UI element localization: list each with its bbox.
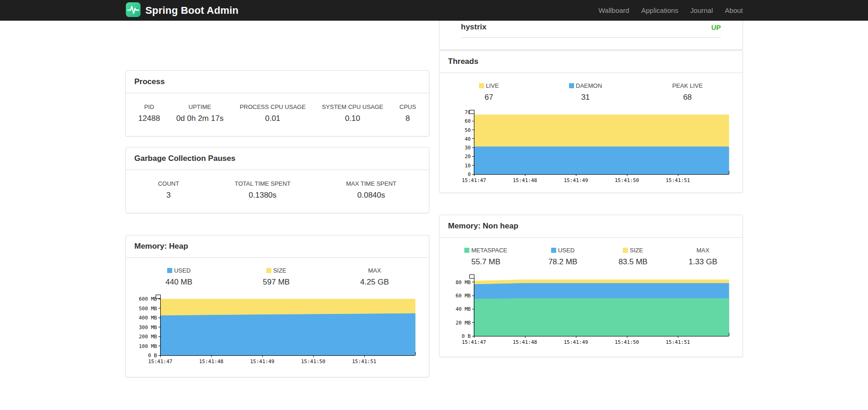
application-status-card: hystrix UP — [439, 21, 743, 50]
nav-item-about[interactable]: About — [719, 0, 743, 21]
app-logo-pulse-icon — [125, 2, 141, 19]
stat-gc-count: COUNT 3 — [155, 180, 182, 200]
right-column: hystrix UP Threads LIVE 67 DAEMON 31 PEA… — [439, 21, 743, 377]
svg-text:15:41:50: 15:41:50 — [614, 177, 639, 183]
legend-swatch-metaspace — [464, 248, 469, 253]
svg-text:15:41:47: 15:41:47 — [462, 339, 486, 345]
legend-item-live: LIVE 67 — [476, 82, 502, 102]
svg-text:0 B: 0 B — [462, 333, 471, 339]
svg-text:60 MB: 60 MB — [455, 293, 470, 299]
svg-text:40: 40 — [464, 136, 470, 142]
gc-stats: COUNT 3 TOTAL TIME SPENT 0.1380s MAX TIM… — [126, 170, 429, 200]
svg-text:15:41:49: 15:41:49 — [564, 339, 588, 345]
gc-card-title: Garbage Collection Pauses — [126, 148, 429, 170]
legend-item-max: MAX 4.25 GB — [357, 267, 391, 287]
stat-uptime: UPTIME 0d 0h 2m 17s — [174, 103, 226, 123]
memory-nonheap-card: Memory: Non heap METASPACE 55.7 MB USED … — [439, 215, 743, 357]
svg-text:15:41:48: 15:41:48 — [199, 359, 223, 364]
main-content: Process PID 12488 UPTIME 0d 0h 2m 17s PR… — [125, 21, 743, 377]
memory-heap-card-title: Memory: Heap — [126, 235, 429, 258]
threads-card: Threads LIVE 67 DAEMON 31 PEAK LIVE 68 0… — [439, 50, 743, 193]
legend-item-nonheap-used: USED 78.2 MB — [546, 247, 580, 267]
legend-swatch-nonheap-size — [623, 248, 628, 253]
svg-text:500 MB: 500 MB — [139, 306, 157, 312]
svg-text:20 MB: 20 MB — [455, 320, 470, 326]
svg-text:15:41:47: 15:41:47 — [148, 359, 172, 364]
process-card: Process PID 12488 UPTIME 0d 0h 2m 17s PR… — [125, 70, 429, 137]
stat-gc-total-time: TOTAL TIME SPENT 0.1380s — [232, 180, 293, 200]
stat-process-cpu-usage: PROCESS CPU USAGE 0.01 — [237, 103, 309, 123]
svg-text:15:41:51: 15:41:51 — [352, 359, 376, 364]
legend-item-size: SIZE 597 MB — [260, 267, 293, 287]
navbar: Spring Boot Admin Wallboard Applications… — [0, 0, 868, 21]
legend-item-daemon: DAEMON 31 — [566, 82, 605, 102]
svg-text:15:41:49: 15:41:49 — [250, 359, 274, 364]
svg-text:15:41:47: 15:41:47 — [462, 177, 486, 183]
legend-swatch-nonheap-used — [551, 248, 556, 253]
legend-swatch-used — [167, 268, 172, 273]
svg-text:80 MB: 80 MB — [455, 279, 470, 285]
svg-text:15:41:51: 15:41:51 — [665, 177, 690, 183]
gc-card: Garbage Collection Pauses COUNT 3 TOTAL … — [125, 147, 429, 213]
svg-text:0: 0 — [468, 171, 471, 177]
svg-text:200 MB: 200 MB — [139, 334, 157, 340]
memory-heap-chart: 0 B100 MB200 MB300 MB400 MB500 MB600 MB1… — [126, 293, 429, 369]
left-column-spacer — [125, 21, 429, 70]
memory-nonheap-chart: 0 B20 MB40 MB60 MB80 MB15:41:4715:41:481… — [440, 273, 743, 350]
svg-text:30: 30 — [464, 145, 470, 151]
svg-text:50: 50 — [464, 127, 470, 133]
stat-cpus: CPUS 8 — [397, 103, 419, 123]
legend-item-nonheap-max: MAX 1.33 GB — [686, 247, 720, 267]
application-row[interactable]: hystrix UP — [461, 21, 721, 38]
legend-swatch-live — [479, 83, 484, 88]
svg-text:300 MB: 300 MB — [139, 325, 157, 330]
legend-item-used: USED 440 MB — [163, 267, 195, 287]
nav-links: Wallboard Applications Journal About — [592, 0, 743, 21]
svg-text:15:41:50: 15:41:50 — [301, 359, 325, 364]
svg-text:600 MB: 600 MB — [139, 296, 157, 302]
legend-item-metaspace: METASPACE 55.7 MB — [462, 247, 510, 267]
svg-text:0 B: 0 B — [148, 353, 157, 359]
left-column: Process PID 12488 UPTIME 0d 0h 2m 17s PR… — [125, 21, 429, 377]
nav-item-applications[interactable]: Applications — [635, 0, 684, 21]
brand-title: Spring Boot Admin — [146, 5, 239, 17]
svg-text:15:41:48: 15:41:48 — [513, 339, 537, 345]
stat-gc-max-time: MAX TIME SPENT 0.0840s — [343, 180, 399, 200]
svg-text:40 MB: 40 MB — [455, 306, 470, 312]
application-status-list: hystrix UP — [461, 21, 721, 38]
svg-text:10: 10 — [464, 163, 470, 169]
svg-text:400 MB: 400 MB — [139, 315, 157, 321]
svg-text:15:41:49: 15:41:49 — [564, 177, 588, 183]
nav-item-journal[interactable]: Journal — [684, 0, 719, 21]
svg-text:20: 20 — [464, 154, 470, 159]
nav-item-wallboard[interactable]: Wallboard — [592, 0, 635, 21]
memory-heap-card: Memory: Heap USED 440 MB SIZE 597 MB MAX… — [125, 235, 429, 377]
svg-text:15:41:48: 15:41:48 — [513, 177, 537, 183]
legend-swatch-daemon — [569, 83, 574, 88]
process-stats: PID 12488 UPTIME 0d 0h 2m 17s PROCESS CP… — [126, 93, 429, 123]
nonheap-legend: METASPACE 55.7 MB USED 78.2 MB SIZE 83.5… — [440, 238, 743, 267]
threads-chart: 01020304050607015:41:4715:41:4815:41:491… — [440, 108, 743, 188]
threads-legend: LIVE 67 DAEMON 31 PEAK LIVE 68 — [440, 73, 743, 102]
stat-pid: PID 12488 — [135, 103, 163, 123]
application-name[interactable]: hystrix — [461, 23, 487, 32]
heap-legend: USED 440 MB SIZE 597 MB MAX 4.25 GB — [126, 258, 429, 287]
process-card-title: Process — [126, 71, 429, 93]
navbar-inner: Spring Boot Admin Wallboard Applications… — [125, 0, 743, 21]
svg-text:15:41:51: 15:41:51 — [665, 339, 690, 345]
legend-item-nonheap-size: SIZE 83.5 MB — [616, 247, 650, 267]
svg-text:60: 60 — [464, 118, 470, 124]
status-badge: UP — [711, 23, 721, 31]
threads-card-title: Threads — [440, 51, 743, 73]
svg-text:15:41:50: 15:41:50 — [614, 339, 639, 345]
stat-system-cpu-usage: SYSTEM CPU USAGE 0.10 — [319, 103, 386, 123]
svg-text:100 MB: 100 MB — [139, 343, 157, 349]
legend-swatch-size — [266, 268, 271, 273]
brand[interactable]: Spring Boot Admin — [125, 2, 239, 19]
memory-nonheap-card-title: Memory: Non heap — [440, 215, 743, 238]
legend-item-peak-live: PEAK LIVE 68 — [670, 82, 705, 102]
